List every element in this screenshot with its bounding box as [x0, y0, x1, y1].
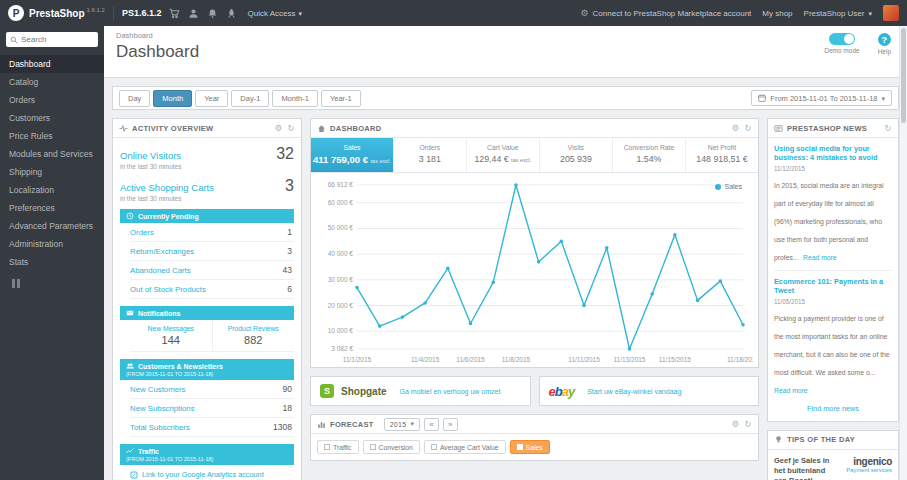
topbar: PrestaShop 1.6.1.2 PS1.6.1.2 Quick Acces…	[0, 0, 907, 26]
sidebar-item-dashboard[interactable]: Dashboard	[0, 55, 104, 73]
sidebar-item-orders[interactable]: Orders	[0, 91, 104, 109]
sidebar-collapse-button[interactable]	[12, 279, 104, 288]
search-input[interactable]	[21, 35, 94, 44]
active-carts-sub: in the last 30 minutes	[120, 195, 294, 202]
chevron-down-icon	[881, 94, 885, 103]
google-analytics-link[interactable]: Link to your Google Analytics account	[130, 465, 294, 480]
svg-text:3 082 €: 3 082 €	[331, 345, 353, 352]
find-more-news-link[interactable]: Find more news	[774, 404, 892, 413]
kpi-net-profit[interactable]: Net Profit 148 918,51 €	[686, 138, 758, 172]
online-visitors-row[interactable]: Online Visitors 32	[120, 145, 294, 163]
sidebar-item-administration[interactable]: Administration	[0, 235, 104, 253]
settings-gear-icon[interactable]	[732, 420, 740, 429]
sales-evolution-chart: 66 912 €60 000 €50 000 €40 000 €30 000 €…	[313, 177, 756, 367]
my-shop-link[interactable]: My shop	[762, 9, 792, 18]
marketplace-link[interactable]: Connect to PrestaShop Marketplace accoun…	[580, 8, 751, 18]
cart-icon[interactable]	[169, 8, 180, 19]
shopgate-link[interactable]: Ga mobiel en verhoog uw omzet	[400, 388, 501, 395]
scrollbar-thumb[interactable]	[901, 28, 906, 123]
settings-gear-icon[interactable]	[732, 124, 740, 133]
traffic-header: Traffic (FROM 2015-11-01 TO 2015-11-18)	[120, 444, 294, 465]
scrollbar[interactable]	[899, 26, 907, 480]
range-month-1-button[interactable]: Month-1	[272, 90, 318, 107]
shopgate-logo-icon: S	[320, 384, 334, 398]
range-day-button[interactable]: Day	[119, 90, 150, 107]
quick-access-menu[interactable]: Quick Access	[247, 9, 302, 18]
user-menu[interactable]: PrestaShop User	[804, 9, 872, 18]
range-year-button[interactable]: Year	[195, 90, 228, 107]
forecast-legend-average-cart-value[interactable]: Average Cart Value	[424, 440, 506, 454]
news-panel-title: PRESTASHOP NEWS	[787, 124, 867, 133]
date-range-picker[interactable]: From 2015-11-01 To 2015-11-18	[751, 90, 892, 106]
sidebar-item-customers[interactable]: Customers	[0, 109, 104, 127]
ebay-promo[interactable]: ebay Start uw eBay-winkel vandaag	[539, 376, 760, 406]
customers-icon	[126, 362, 134, 370]
refresh-icon[interactable]	[745, 420, 752, 429]
demo-mode-toggle[interactable]	[829, 33, 855, 45]
settings-gear-icon[interactable]	[275, 124, 283, 133]
range-day-1-button[interactable]: Day-1	[231, 90, 269, 107]
main-area: Dashboard Dashboard Demo mode Help Day M…	[104, 26, 907, 480]
kpi-visits[interactable]: Visits 205 939	[540, 138, 613, 172]
customers-row-total-subscribers[interactable]: Total Subscribers1308	[130, 418, 294, 437]
refresh-icon[interactable]	[885, 124, 892, 133]
traffic-chart-icon	[126, 447, 134, 455]
kpi-sales[interactable]: Sales 411 759,00 € tax excl.	[311, 138, 394, 172]
kpi-row: Sales 411 759,00 € tax excl. Orders 3 18…	[311, 138, 758, 173]
envelope-icon	[126, 309, 134, 317]
svg-text:11/15/2015: 11/15/2015	[659, 356, 691, 363]
user-avatar[interactable]	[883, 5, 899, 21]
product-reviews-cell[interactable]: Product Reviews 882	[212, 320, 295, 351]
pending-row-returns[interactable]: Return/Exchanges3	[130, 242, 294, 261]
lightbulb-icon	[774, 435, 783, 444]
news-article-title[interactable]: Using social media for your business: 4 …	[774, 144, 892, 163]
divider	[113, 6, 114, 20]
breadcrumb[interactable]: Dashboard	[116, 31, 895, 40]
kpi-orders[interactable]: Orders 3 181	[394, 138, 467, 172]
profile-icon[interactable]	[188, 8, 199, 19]
customers-row-new-subscriptions[interactable]: New Subscriptions18	[130, 399, 294, 418]
sidebar-item-modules[interactable]: Modules and Services	[0, 145, 104, 163]
notifications-bell-icon[interactable]	[207, 8, 218, 19]
range-month-button[interactable]: Month	[153, 90, 192, 107]
help-button[interactable]	[878, 33, 891, 46]
kpi-conversion-rate[interactable]: Conversion Rate 1.54%	[613, 138, 686, 172]
notifications-header: Notifications	[120, 306, 294, 320]
forecast-next-button[interactable]	[443, 418, 458, 431]
sidebar-menu: Dashboard Catalog Orders Customers Price…	[0, 55, 104, 271]
forecast-prev-button[interactable]	[424, 418, 439, 431]
svg-text:10 000 €: 10 000 €	[328, 327, 354, 334]
kpi-cart-value[interactable]: Cart Value 129,44 € tax excl.	[467, 138, 540, 172]
sidebar-item-stats[interactable]: Stats	[0, 253, 104, 271]
news-article-title[interactable]: Ecommerce 101: Payments in a Tweet	[774, 277, 892, 296]
sidebar-item-shipping[interactable]: Shipping	[0, 163, 104, 181]
sidebar-item-advanced-parameters[interactable]: Advanced Parameters	[0, 217, 104, 235]
forecast-legend-traffic[interactable]: Traffic	[317, 440, 359, 454]
ebay-link[interactable]: Start uw eBay-winkel vandaag	[587, 388, 681, 395]
refresh-icon[interactable]	[745, 124, 752, 133]
chevron-down-icon	[868, 9, 872, 18]
chart-legend-sales[interactable]: Sales	[715, 183, 742, 190]
sidebar-item-localization[interactable]: Localization	[0, 181, 104, 199]
range-year-1-button[interactable]: Year-1	[321, 90, 361, 107]
read-more-link[interactable]: Read more	[803, 254, 837, 261]
forecast-legend-conversion[interactable]: Conversion	[363, 440, 420, 454]
active-carts-row[interactable]: Active Shopping Carts 3	[120, 177, 294, 195]
sidebar-item-preferences[interactable]: Preferences	[0, 199, 104, 217]
checkbox-icon	[431, 444, 437, 450]
shopgate-promo[interactable]: S Shopgate Ga mobiel en verhoog uw omzet	[310, 376, 531, 406]
forecast-year-select[interactable]: 2015	[384, 418, 421, 431]
launch-rocket-icon[interactable]	[226, 8, 237, 19]
sidebar-item-catalog[interactable]: Catalog	[0, 73, 104, 91]
prestashop-logo-icon[interactable]	[8, 5, 24, 21]
calendar-icon	[758, 94, 766, 102]
customers-row-new-customers[interactable]: New Customers90	[130, 380, 294, 399]
pending-row-abandoned-carts[interactable]: Abandoned Carts43	[130, 261, 294, 280]
pending-row-orders[interactable]: Orders1	[130, 223, 294, 242]
new-messages-cell[interactable]: New Messages 144	[130, 320, 212, 351]
refresh-icon[interactable]	[288, 124, 295, 133]
pending-row-out-of-stock[interactable]: Out of Stock Products6	[130, 280, 294, 299]
forecast-legend-sales[interactable]: Sales	[510, 440, 550, 454]
read-more-link[interactable]: Read more	[774, 387, 808, 394]
sidebar-item-price-rules[interactable]: Price Rules	[0, 127, 104, 145]
